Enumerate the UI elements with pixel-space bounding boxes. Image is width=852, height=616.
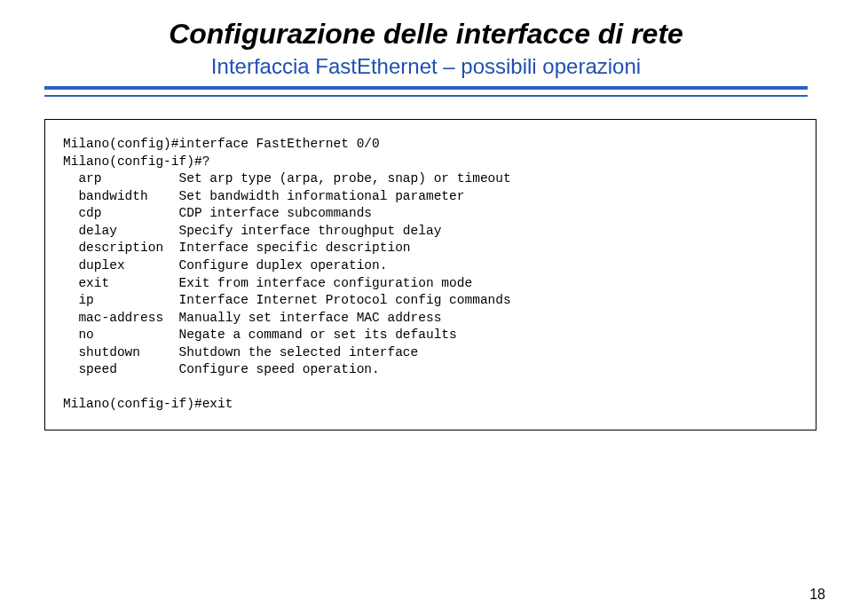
slide-subtitle: Interfaccia FastEthernet – possibili ope… [44, 54, 808, 79]
code-block: Milano(config)#interface FastEthernet 0/… [44, 119, 816, 430]
page-number: 18 [809, 587, 825, 603]
slide-title: Configurazione delle interfacce di rete [44, 18, 808, 51]
divider-line [44, 86, 808, 97]
